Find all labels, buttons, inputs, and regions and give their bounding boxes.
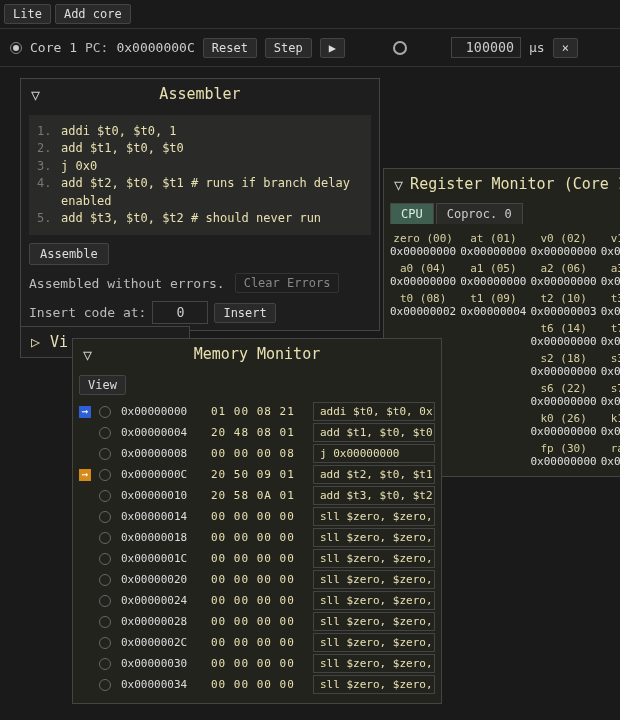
- register-value: 0x00000000: [530, 335, 596, 348]
- memory-address: 0x0000000C: [121, 468, 205, 481]
- breakpoint-toggle[interactable]: [99, 469, 111, 481]
- breakpoint-toggle[interactable]: [99, 427, 111, 439]
- line-number: 1.: [37, 123, 51, 140]
- collapse-icon[interactable]: ▽: [31, 86, 40, 104]
- disassembly: sll $zero, $zero, $zero, 0: [313, 507, 435, 526]
- memory-monitor-panel: ▽ Memory Monitor View →0x0000000001 00 0…: [72, 338, 442, 704]
- breakpoint-toggle[interactable]: [99, 553, 111, 565]
- memory-row: 0x0000002000 00 00 00sll $zero, $zero, $…: [77, 569, 437, 590]
- memory-bytes: 00 00 00 08: [211, 447, 307, 460]
- collapse-icon[interactable]: ▽: [394, 176, 403, 194]
- register-cell: t2 (10)0x00000003: [528, 290, 598, 320]
- arrow-slot: [79, 553, 91, 565]
- reset-button[interactable]: Reset: [203, 38, 257, 58]
- disassembly: sll $zero, $zero, $zero, 0: [313, 528, 435, 547]
- register-name: ra (31): [601, 442, 620, 455]
- panel-title: Memory Monitor: [194, 345, 320, 363]
- clear-errors-button[interactable]: Clear Errors: [235, 273, 340, 293]
- breakpoint-toggle[interactable]: [99, 406, 111, 418]
- tab-cpu[interactable]: CPU: [390, 203, 434, 224]
- register-cell: t6 (14)0x00000000: [528, 320, 598, 350]
- register-name: t0 (08): [390, 292, 456, 305]
- lite-button[interactable]: Lite: [4, 4, 51, 24]
- disassembly: sll $zero, $zero, $zero, 0: [313, 591, 435, 610]
- insert-button[interactable]: Insert: [214, 303, 275, 323]
- collapse-icon[interactable]: ▽: [83, 346, 92, 364]
- breakpoint-toggle[interactable]: [99, 574, 111, 586]
- code-text: add $t2, $t0, $t1 # runs if branch delay…: [61, 175, 363, 210]
- speed-slider[interactable]: [353, 41, 443, 55]
- memory-bytes: 20 50 09 01: [211, 468, 307, 481]
- step-button[interactable]: Step: [265, 38, 312, 58]
- memory-address: 0x00000018: [121, 531, 205, 544]
- pc-value: 0x0000000C: [116, 40, 194, 55]
- register-cell: t1 (09)0x00000004: [458, 290, 528, 320]
- expand-icon[interactable]: ▷: [31, 333, 40, 351]
- register-value: 0x00000000: [530, 365, 596, 378]
- insert-label: Insert code at:: [29, 305, 146, 320]
- add-core-button[interactable]: Add core: [55, 4, 131, 24]
- disassembly: add $t3, $t0, $t2: [313, 486, 435, 505]
- register-name: t6 (14): [530, 322, 596, 335]
- code-editor[interactable]: 1.addi $t0, $t0, 12.add $t1, $t0, $t03.j…: [29, 115, 371, 235]
- tab-coproc0[interactable]: Coproc. 0: [436, 203, 523, 224]
- panel-title: Register Monitor (Core 1): [410, 175, 620, 193]
- close-core-button[interactable]: ×: [553, 38, 578, 58]
- memory-view-button[interactable]: View: [79, 375, 126, 395]
- memory-address: 0x00000004: [121, 426, 205, 439]
- register-name: v0 (02): [530, 232, 596, 245]
- disassembly: sll $zero, $zero, $zero, 0: [313, 570, 435, 589]
- top-toolbar: Lite Add core: [0, 0, 620, 29]
- register-value: 0x00000000: [460, 245, 526, 258]
- assemble-button[interactable]: Assemble: [29, 243, 109, 265]
- line-number: 4.: [37, 175, 51, 210]
- register-value: 0x00000000: [530, 395, 596, 408]
- register-value: 0x00000000: [390, 275, 456, 288]
- breakpoint-toggle[interactable]: [99, 595, 111, 607]
- register-cell: [458, 320, 528, 350]
- register-cell: at (01)0x00000000: [458, 230, 528, 260]
- breakpoint-toggle[interactable]: [99, 637, 111, 649]
- memory-address: 0x00000020: [121, 573, 205, 586]
- memory-address: 0x00000010: [121, 489, 205, 502]
- line-number: 5.: [37, 210, 51, 227]
- memory-row: 0x0000001800 00 00 00sll $zero, $zero, $…: [77, 527, 437, 548]
- disassembly: add $t1, $t0, $t0: [313, 423, 435, 442]
- memory-address: 0x00000008: [121, 447, 205, 460]
- register-name: t3 (11): [601, 292, 620, 305]
- breakpoint-toggle[interactable]: [99, 679, 111, 691]
- next-instruction-icon: →: [79, 406, 91, 418]
- code-text: j 0x0: [61, 158, 97, 175]
- register-cell: [458, 350, 528, 380]
- current-pc-icon: →: [79, 469, 91, 481]
- interval-input[interactable]: [451, 37, 521, 58]
- arrow-slot: [79, 511, 91, 523]
- register-cell: a3 (07)0x00000000: [599, 260, 620, 290]
- register-cell: t0 (08)0x00000002: [388, 290, 458, 320]
- breakpoint-toggle[interactable]: [99, 532, 111, 544]
- register-value: 0x00000000: [530, 425, 596, 438]
- register-name: a0 (04): [390, 262, 456, 275]
- breakpoint-toggle[interactable]: [99, 511, 111, 523]
- register-name: s2 (18): [530, 352, 596, 365]
- breakpoint-toggle[interactable]: [99, 658, 111, 670]
- memory-row: 0x0000002C00 00 00 00sll $zero, $zero, $…: [77, 632, 437, 653]
- register-value: 0x00000002: [390, 305, 456, 318]
- register-value: 0x00000000: [601, 305, 620, 318]
- play-button[interactable]: ▶: [320, 38, 345, 58]
- memory-bytes: 00 00 00 00: [211, 636, 307, 649]
- arrow-slot: [79, 595, 91, 607]
- core-select-radio[interactable]: [10, 42, 22, 54]
- arrow-slot: [79, 637, 91, 649]
- breakpoint-toggle[interactable]: [99, 490, 111, 502]
- core-toolbar: Core 1 PC: 0x0000000C Reset Step ▶ µs ×: [0, 29, 620, 67]
- register-value: 0x00000000: [601, 425, 620, 438]
- insert-address-input[interactable]: [152, 301, 208, 324]
- register-value: 0x00000000: [601, 365, 620, 378]
- register-cell: a2 (06)0x00000000: [528, 260, 598, 290]
- breakpoint-toggle[interactable]: [99, 448, 111, 460]
- register-name: a1 (05): [460, 262, 526, 275]
- register-value: 0x00000000: [390, 245, 456, 258]
- breakpoint-toggle[interactable]: [99, 616, 111, 628]
- register-name: s7 (23): [601, 382, 620, 395]
